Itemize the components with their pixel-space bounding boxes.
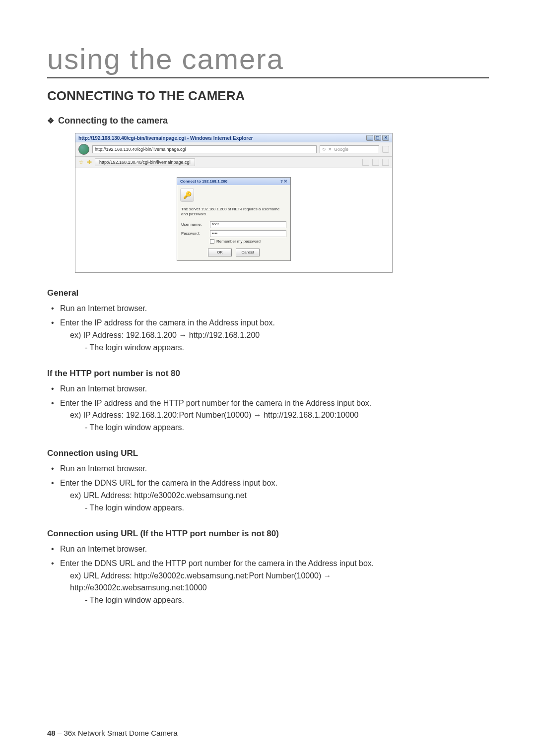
list-item: Enter the IP address and the HTTP port n… <box>51 397 489 434</box>
search-icon[interactable] <box>382 146 389 153</box>
list-item: Run an Internet browser. <box>51 543 489 556</box>
browser-tab[interactable]: http://192.168.130.40/cgi-bin/livemainpa… <box>95 158 195 166</box>
ok-button[interactable]: OK <box>208 249 232 256</box>
subsection-title: Connecting to the camera <box>47 116 489 126</box>
list-text: http://e30002c.websamsung.net:10000 <box>60 583 207 592</box>
list-text: Enter the IP address and the HTTP port n… <box>60 399 371 407</box>
auth-message: The server 192.168.1.200 at NET-i requir… <box>177 205 290 220</box>
stop-icon[interactable]: ✕ <box>328 147 332 152</box>
auth-close-icon[interactable]: ✕ <box>284 179 287 184</box>
minimize-icon[interactable]: _ <box>366 135 373 141</box>
address-bar[interactable]: http://192.168.130.40/cgi-bin/livemainpa… <box>92 145 317 153</box>
search-box[interactable]: ↻ ✕ Google <box>320 145 379 153</box>
list-text: - The login window appears. <box>60 504 184 512</box>
page-number: 48 <box>47 729 56 737</box>
product-name: 36x Network Smart Dome Camera <box>64 729 177 737</box>
window-titlebar: http://192.168.130.40/cgi-bin/livemainpa… <box>75 133 392 142</box>
list-text: - The login window appears. <box>60 423 184 432</box>
footer-sep: – <box>56 729 64 737</box>
favorites-icon[interactable]: ☆ <box>78 159 84 166</box>
username-field[interactable]: root <box>210 221 286 228</box>
heading-conn-url: Connection using URL <box>47 447 489 460</box>
auth-title: Connect to 192.168.1.200 <box>180 179 227 184</box>
list-text: ex) URL Address: http://e30002c.websamsu… <box>60 491 247 500</box>
chapter-title: using the camera <box>47 42 489 78</box>
list-item: Run an Internet browser. <box>51 383 489 395</box>
cancel-button[interactable]: Cancel <box>236 249 260 256</box>
browser-screenshot: http://192.168.130.40/cgi-bin/livemainpa… <box>75 133 393 273</box>
list-text: ex) URL Address: http://e30002c.websamsu… <box>60 571 332 580</box>
auth-dialog: Connect to 192.168.1.200 ? ✕ 🔑 The serve… <box>177 177 291 261</box>
refresh-icon[interactable]: ↻ <box>322 147 326 152</box>
heading-http-not-80: If the HTTP port number is not 80 <box>47 367 489 380</box>
password-label: Password: <box>181 231 207 236</box>
list-item: Run an Internet browser. <box>51 463 489 475</box>
list-text: Enter the DDNS URL for the camera in the… <box>60 479 277 487</box>
list-item: Enter the IP address for the camera in t… <box>51 317 489 354</box>
keys-icon: 🔑 <box>180 188 194 202</box>
list-item: Run an Internet browser. <box>51 303 489 315</box>
maximize-icon[interactable]: ▢ <box>374 135 381 141</box>
list-text: ex) IP Address: 192.168.1.200 → http://1… <box>60 331 260 339</box>
username-label: User name: <box>181 222 207 227</box>
heading-conn-url-not-80: Connection using URL (If the HTTP port n… <box>47 527 489 540</box>
close-icon[interactable]: ✕ <box>382 135 389 141</box>
page-footer: 48 – 36x Network Smart Dome Camera <box>47 729 178 737</box>
list-item: Enter the DDNS URL and the HTTP port num… <box>51 558 489 607</box>
add-favorite-icon[interactable]: ✚ <box>87 159 92 166</box>
list-text: Enter the DDNS URL and the HTTP port num… <box>60 559 374 567</box>
back-icon[interactable] <box>78 144 89 155</box>
feeds-icon[interactable] <box>372 159 379 166</box>
subsection-label: Connecting to the camera <box>58 116 168 126</box>
list-text: ex) IP Address: 192.168.1.200:Port Numbe… <box>60 411 358 419</box>
list-text: - The login window appears. <box>60 343 184 352</box>
list-text: - The login window appears. <box>60 596 184 604</box>
heading-general: General <box>47 287 489 300</box>
remember-checkbox[interactable] <box>210 239 214 244</box>
home-icon[interactable] <box>362 159 369 166</box>
password-field[interactable]: •••• <box>210 230 286 237</box>
auth-help-icon[interactable]: ? <box>280 179 283 184</box>
print-icon[interactable] <box>382 159 389 166</box>
list-item: Enter the DDNS URL for the camera in the… <box>51 477 489 514</box>
window-title: http://192.168.130.40/cgi-bin/livemainpa… <box>78 135 253 141</box>
remember-label: Remember my password <box>216 239 261 244</box>
section-title: CONNECTING TO THE CAMERA <box>47 88 489 104</box>
search-placeholder: Google <box>334 147 348 152</box>
list-text: Enter the IP address for the camera in t… <box>60 318 275 327</box>
